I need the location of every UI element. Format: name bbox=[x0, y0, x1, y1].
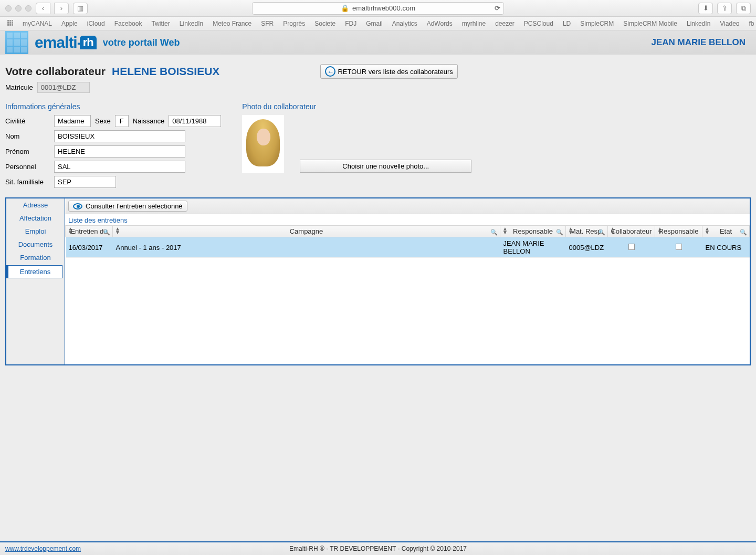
eye-icon bbox=[73, 203, 82, 210]
collaborator-name: HELENE BOISSIEUX bbox=[112, 65, 219, 78]
bookmark-item[interactable]: SimpleCRM bbox=[580, 20, 614, 27]
col-date[interactable]: ▲▼Entretien du🔍 bbox=[66, 226, 113, 237]
tab-entretiens[interactable]: Entretiens bbox=[6, 265, 62, 278]
bookmark-item[interactable]: PCSCloud bbox=[524, 20, 553, 27]
col-campagne[interactable]: ▲▼Campagne🔍 bbox=[113, 226, 500, 237]
personnel-field[interactable] bbox=[54, 161, 185, 173]
civilite-field[interactable] bbox=[54, 115, 91, 127]
tab-adresse[interactable]: Adresse bbox=[6, 199, 65, 211]
civilite-label: Civilité bbox=[5, 117, 50, 125]
bookmark-item[interactable]: fb bbox=[749, 20, 754, 27]
address-bar[interactable]: 🔒 emaltirhweb000.com ⟳ bbox=[252, 2, 504, 15]
bookmark-item[interactable]: Twitter bbox=[151, 20, 170, 27]
nom-label: Nom bbox=[5, 132, 50, 140]
bookmark-item[interactable]: myrhline bbox=[462, 20, 486, 27]
col-collab[interactable]: ▲▼Collaborateur bbox=[608, 226, 655, 237]
brand-logo: emalti-rh bbox=[35, 34, 97, 51]
page-title: Votre collaborateur bbox=[5, 65, 106, 78]
info-section-title: Informations générales bbox=[5, 102, 221, 111]
consult-label: Consulter l'entretien sélectionné bbox=[86, 202, 183, 210]
tab-documents[interactable]: Documents bbox=[6, 238, 65, 250]
footer-bar: www.trdeveloppement.com Emalti-RH ® - TR… bbox=[0, 541, 756, 555]
current-user: JEAN MARIE BELLON bbox=[652, 37, 746, 48]
choose-photo-button[interactable]: Choisir une nouvelle photo... bbox=[300, 160, 471, 173]
bookmark-item[interactable]: LinkedIn bbox=[687, 20, 710, 27]
minimize-window-icon[interactable] bbox=[15, 5, 22, 12]
bookmark-item[interactable]: deezer bbox=[495, 20, 514, 27]
browser-toolbar: ‹ › ▥ 🔒 emaltirhweb000.com ⟳ ⬇ ⇪ ⧉ bbox=[0, 0, 756, 17]
bookmark-item[interactable]: Apple bbox=[61, 20, 78, 27]
bookmark-item[interactable]: iCloud bbox=[87, 20, 105, 27]
col-matresp[interactable]: ▲▼Mat. Resp.🔍 bbox=[566, 226, 608, 237]
url-text: emaltirhweb000.com bbox=[352, 4, 415, 12]
col-resp2[interactable]: ▲▼Responsable bbox=[655, 226, 702, 237]
downloads-button[interactable]: ⬇ bbox=[698, 3, 713, 14]
tab-emploi[interactable]: Emploi bbox=[6, 225, 65, 237]
bookmark-item[interactable]: LD bbox=[563, 20, 571, 27]
sexe-label: Sexe bbox=[95, 117, 111, 125]
sexe-field[interactable] bbox=[115, 115, 129, 127]
reload-icon[interactable]: ⟳ bbox=[495, 4, 500, 12]
cell-collab-check bbox=[608, 237, 655, 258]
prenom-label: Prénom bbox=[5, 148, 50, 155]
interviews-list-title: Liste des entretiens bbox=[65, 214, 750, 225]
matricule-label: Matricule bbox=[5, 83, 33, 91]
personnel-label: Personnel bbox=[5, 163, 50, 171]
bookmark-item[interactable]: LinkedIn bbox=[180, 20, 203, 27]
window-controls bbox=[5, 5, 32, 12]
footer-link[interactable]: www.trdeveloppement.com bbox=[5, 545, 81, 552]
bookmark-item[interactable]: Gmail bbox=[366, 20, 382, 27]
search-icon: 🔍 bbox=[490, 229, 498, 236]
bookmark-item[interactable]: Facebook bbox=[114, 20, 142, 27]
favorites-grid-icon[interactable] bbox=[7, 20, 13, 27]
tabs-column: Adresse Affectation Emploi Documents For… bbox=[6, 198, 65, 364]
table-row[interactable]: 16/03/2017 Annuel - 1 ans - 2017 JEAN MA… bbox=[66, 237, 750, 258]
sidebar-toggle-button[interactable]: ▥ bbox=[73, 3, 88, 14]
back-to-list-button[interactable]: ← RETOUR vers liste des collaborateurs bbox=[320, 64, 457, 79]
bookmark-item[interactable]: Viadeo bbox=[720, 20, 739, 27]
bookmark-item[interactable]: Meteo France bbox=[213, 20, 251, 27]
bookmark-item[interactable]: myCANAL bbox=[23, 20, 52, 27]
lock-icon: 🔒 bbox=[341, 4, 349, 12]
bookmark-item[interactable]: SimpleCRM Mobile bbox=[623, 20, 677, 27]
share-button[interactable]: ⇪ bbox=[717, 3, 732, 14]
search-icon: 🔍 bbox=[740, 229, 747, 236]
cell-responsable: JEAN MARIE BELLON bbox=[500, 237, 566, 258]
zoom-window-icon[interactable] bbox=[25, 5, 32, 12]
back-button-label: RETOUR vers liste des collaborateurs bbox=[338, 68, 453, 76]
bookmark-item[interactable]: Societe bbox=[314, 20, 335, 27]
cell-matresp: 0005@LDZ bbox=[566, 237, 608, 258]
back-button[interactable]: ‹ bbox=[36, 3, 50, 14]
detail-panel: Adresse Affectation Emploi Documents For… bbox=[5, 197, 751, 365]
nom-field[interactable] bbox=[54, 130, 185, 142]
bookmark-item[interactable]: Analytics bbox=[392, 20, 417, 27]
naissance-field[interactable] bbox=[169, 115, 221, 127]
forward-button[interactable]: › bbox=[54, 3, 69, 14]
tab-affectation[interactable]: Affectation bbox=[6, 212, 65, 224]
arrow-left-icon: ← bbox=[325, 66, 335, 77]
interviews-table: ▲▼Entretien du🔍 ▲▼Campagne🔍 ▲▼Responsabl… bbox=[65, 225, 750, 258]
collaborator-photo bbox=[242, 115, 284, 173]
tabs-button[interactable]: ⧉ bbox=[736, 3, 751, 14]
checkbox-icon[interactable] bbox=[628, 244, 635, 250]
cell-date: 16/03/2017 bbox=[66, 237, 113, 258]
logo-icon bbox=[5, 31, 28, 54]
col-responsable[interactable]: ▲▼Responsable🔍 bbox=[500, 226, 566, 237]
cell-campagne: Annuel - 1 ans - 2017 bbox=[113, 237, 500, 258]
bookmark-item[interactable]: SFR bbox=[261, 20, 274, 27]
naissance-label: Naissance bbox=[133, 117, 165, 125]
cell-resp-check bbox=[655, 237, 702, 258]
cell-etat: EN COURS bbox=[702, 237, 750, 258]
search-icon: 🔍 bbox=[556, 229, 563, 236]
bookmark-item[interactable]: AdWords bbox=[427, 20, 453, 27]
col-etat[interactable]: ▲▼Etat🔍 bbox=[702, 226, 750, 237]
checkbox-icon[interactable] bbox=[676, 244, 682, 250]
tab-formation[interactable]: Formation bbox=[6, 252, 65, 264]
sitfam-field[interactable] bbox=[54, 176, 116, 188]
sitfam-label: Sit. familliale bbox=[5, 178, 50, 186]
consult-interview-button[interactable]: Consulter l'entretien sélectionné bbox=[68, 201, 187, 212]
bookmark-item[interactable]: FDJ bbox=[345, 20, 356, 27]
prenom-field[interactable] bbox=[54, 145, 185, 158]
close-window-icon[interactable] bbox=[5, 5, 12, 12]
bookmark-item[interactable]: Progrès bbox=[283, 20, 305, 27]
